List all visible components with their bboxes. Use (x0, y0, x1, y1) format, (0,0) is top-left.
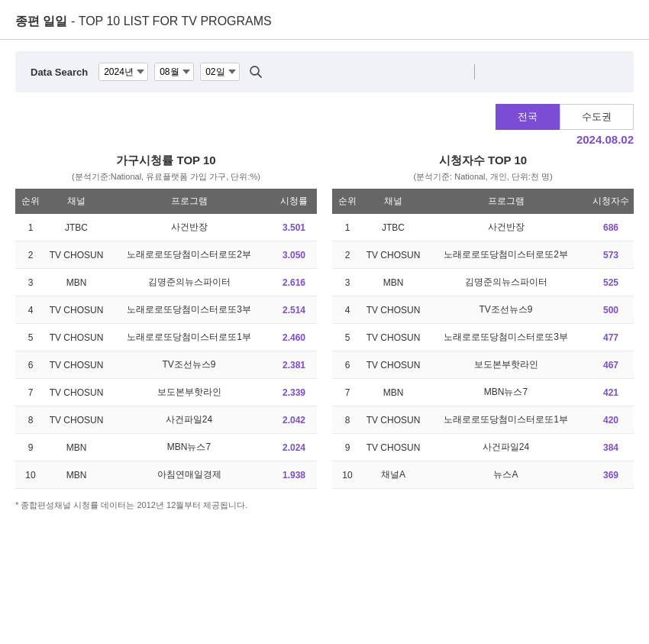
rank-cell: 6 (332, 351, 363, 379)
rank-cell: 2 (332, 241, 363, 269)
table-row: 5 TV CHOSUN 노래로로또당첨미스터로또1부 2.460 (15, 324, 317, 351)
rank-cell: 4 (332, 296, 363, 324)
program-cell: 아침연매일경제 (107, 461, 271, 489)
rank-cell: 3 (15, 269, 46, 296)
rank-cell: 10 (15, 461, 46, 489)
rating-cell: 3.050 (271, 241, 317, 269)
rating-cell: 2.042 (271, 406, 317, 434)
program-cell: 보도본부핫라인 (107, 379, 271, 406)
channel-cell: MBN (363, 379, 424, 406)
page-header: 종편 일일 - TOP 10 LIST FOR TV PROGRAMS (0, 0, 649, 40)
search-extra-input[interactable] (484, 63, 618, 81)
table-row: 1 JTBC 사건반장 3.501 (15, 214, 317, 241)
viewers-title: 시청자수 TOP 10 (332, 154, 634, 168)
rating-cell: 421 (588, 379, 634, 406)
rank-cell: 5 (332, 324, 363, 351)
rank-cell: 2 (15, 241, 46, 269)
rank-cell: 8 (15, 406, 46, 434)
household-table: 순위 채널 프로그램 시청률 1 JTBC 사건반장 3.501 2 TV CH… (15, 189, 317, 489)
table-row: 1 JTBC 사건반장 686 (332, 214, 634, 241)
viewers-th-channel: 채널 (363, 189, 424, 214)
title-rest: - TOP 10 LIST FOR TV PROGRAMS (67, 15, 271, 28)
channel-cell: MBN (46, 434, 107, 461)
rank-cell: 6 (15, 351, 46, 379)
viewers-header-row: 순위 채널 프로그램 시청자수 (332, 189, 634, 214)
viewers-section: 시청자수 TOP 10 (분석기준: National, 개인, 단위:천 명)… (324, 154, 641, 489)
page-title: 종편 일일 - TOP 10 LIST FOR TV PROGRAMS (15, 15, 272, 28)
region-buttons: 전국 수도권 (0, 104, 649, 130)
table-row: 10 채널A 뉴스A 369 (332, 461, 634, 489)
rating-cell: 2.460 (271, 324, 317, 351)
channel-cell: TV CHOSUN (363, 296, 424, 324)
program-cell: 사건파일24 (424, 434, 588, 461)
program-cell: 사건파일24 (107, 406, 271, 434)
table-row: 9 TV CHOSUN 사건파일24 384 (332, 434, 634, 461)
footnote: * 종합편성채널 시청률 데이터는 2012년 12월부터 제공됩니다. (0, 489, 649, 522)
rank-cell: 7 (332, 379, 363, 406)
capital-button[interactable]: 수도권 (560, 104, 634, 130)
table-row: 9 MBN MBN뉴스7 2.024 (15, 434, 317, 461)
program-cell: MBN뉴스7 (424, 379, 588, 406)
table-row: 8 TV CHOSUN 사건파일24 2.042 (15, 406, 317, 434)
program-cell: 김명준의뉴스파이터 (424, 269, 588, 296)
day-select[interactable]: 02일 (200, 63, 240, 81)
rank-cell: 1 (15, 214, 46, 241)
table-row: 4 TV CHOSUN 노래로로또당첨미스터로또3부 2.514 (15, 296, 317, 324)
channel-cell: TV CHOSUN (46, 379, 107, 406)
table-row: 7 TV CHOSUN 보도본부핫라인 2.339 (15, 379, 317, 406)
tables-container: 가구시청률 TOP 10 (분석기준:National, 유료플랫폼 가입 가구… (0, 154, 649, 489)
household-section: 가구시청률 TOP 10 (분석기준:National, 유료플랫폼 가입 가구… (8, 154, 324, 489)
rating-cell: 2.514 (271, 296, 317, 324)
household-th-channel: 채널 (46, 189, 107, 214)
rank-cell: 8 (332, 406, 363, 434)
rating-cell: 2.024 (271, 434, 317, 461)
channel-cell: MBN (363, 269, 424, 296)
household-subtitle: (분석기준:National, 유료플랫폼 가입 가구, 단위:%) (15, 171, 317, 183)
channel-cell: TV CHOSUN (46, 351, 107, 379)
household-th-program: 프로그램 (107, 189, 271, 214)
table-row: 6 TV CHOSUN TV조선뉴스9 2.381 (15, 351, 317, 379)
rating-cell: 573 (588, 241, 634, 269)
channel-cell: JTBC (46, 214, 107, 241)
national-button[interactable]: 전국 (496, 104, 560, 130)
rating-cell: 3.501 (271, 214, 317, 241)
rank-cell: 5 (15, 324, 46, 351)
channel-cell: JTBC (363, 214, 424, 241)
rating-cell: 500 (588, 296, 634, 324)
program-cell: 노래로로또당첨미스터로또2부 (424, 241, 588, 269)
channel-cell: TV CHOSUN (46, 406, 107, 434)
viewers-table: 순위 채널 프로그램 시청자수 1 JTBC 사건반장 686 2 TV CHO… (332, 189, 634, 489)
channel-cell: MBN (46, 461, 107, 489)
channel-cell: TV CHOSUN (46, 241, 107, 269)
viewers-th-rating: 시청자수 (588, 189, 634, 214)
search-divider (474, 64, 475, 79)
table-row: 5 TV CHOSUN 노래로로또당첨미스터로또3부 477 (332, 324, 634, 351)
year-select[interactable]: 2024년 (98, 63, 148, 81)
household-th-rank: 순위 (15, 189, 46, 214)
month-select[interactable]: 08월 (154, 63, 194, 81)
program-cell: MBN뉴스7 (107, 434, 271, 461)
channel-cell: TV CHOSUN (46, 324, 107, 351)
table-row: 3 MBN 김명준의뉴스파이터 2.616 (15, 269, 317, 296)
table-row: 2 TV CHOSUN 노래로로또당첨미스터로또2부 3.050 (15, 241, 317, 269)
household-title: 가구시청률 TOP 10 (15, 154, 317, 168)
table-row: 2 TV CHOSUN 노래로로또당첨미스터로또2부 573 (332, 241, 634, 269)
search-input[interactable] (272, 63, 465, 81)
table-row: 10 MBN 아침연매일경제 1.938 (15, 461, 317, 489)
date-display: 2024.08.02 (0, 130, 649, 154)
channel-cell: TV CHOSUN (363, 406, 424, 434)
program-cell: TV조선뉴스9 (424, 296, 588, 324)
search-label: Data Search (31, 66, 88, 78)
program-cell: 노래로로또당첨미스터로또3부 (424, 324, 588, 351)
rating-cell: 369 (588, 461, 634, 489)
program-cell: 김명준의뉴스파이터 (107, 269, 271, 296)
program-cell: 노래로로또당첨미스터로또1부 (107, 324, 271, 351)
viewers-th-rank: 순위 (332, 189, 363, 214)
rating-cell: 420 (588, 406, 634, 434)
program-cell: TV조선뉴스9 (107, 351, 271, 379)
rating-cell: 2.381 (271, 351, 317, 379)
rating-cell: 2.339 (271, 379, 317, 406)
search-button[interactable] (246, 62, 266, 82)
program-cell: 사건반장 (107, 214, 271, 241)
rank-cell: 10 (332, 461, 363, 489)
